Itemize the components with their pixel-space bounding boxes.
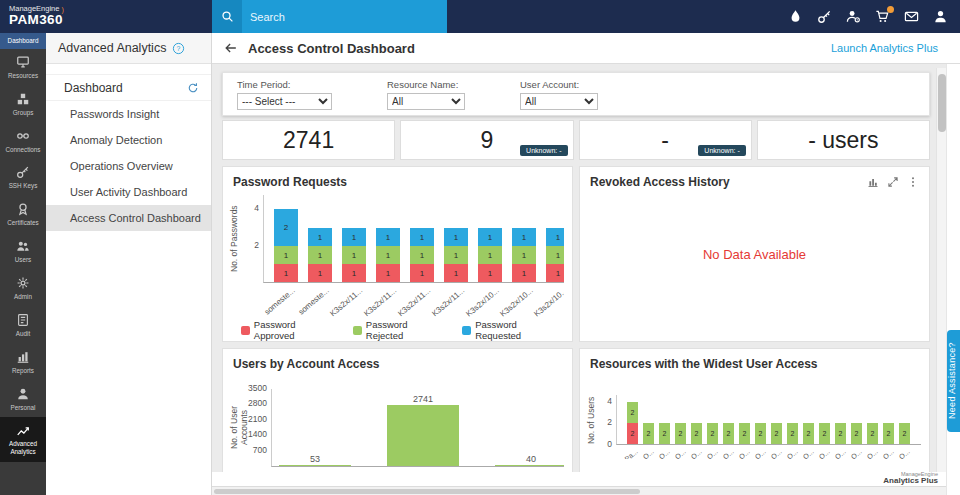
search-input[interactable] [242, 11, 447, 23]
x-axis-label: K3s2x/10... [532, 286, 564, 317]
card-title-password-requests: Password Requests [233, 175, 347, 189]
no-data-message: No Data Available [703, 247, 806, 262]
sidebar-item-audit[interactable]: Audit [0, 307, 46, 344]
notifications-flame-icon[interactable] [788, 9, 803, 24]
stat-card-4[interactable]: - users [757, 120, 930, 160]
cards-grid: Password Requests No. of Passwords241121… [222, 166, 930, 472]
password-requests-card: Password Requests No. of Passwords241121… [222, 166, 573, 342]
stats-row: 27419Unknown: --Unknown: -- users [222, 120, 930, 160]
y-axis-label: No. of Users [586, 395, 598, 445]
mail-icon[interactable] [904, 9, 919, 24]
sidebar-item-connections[interactable]: Connections [0, 123, 46, 160]
x-axis-label: K3s2x/11... [363, 286, 399, 317]
sidebar-item-certificates[interactable]: Certificates [0, 196, 46, 233]
card-tools [867, 176, 919, 188]
bar-segment: 1 [478, 246, 502, 264]
nav-item-user-activity-dashboard[interactable]: User Activity Dashboard [46, 179, 211, 205]
nav-item-anomaly-detection[interactable]: Anomaly Detection [46, 127, 211, 153]
bar: 2 [739, 423, 750, 444]
nav-item-operations-overview[interactable]: Operations Overview [46, 153, 211, 179]
vertical-scrollbar[interactable] [936, 68, 946, 472]
more-options-icon[interactable] [907, 176, 919, 188]
bar-segment: 2 [707, 423, 718, 444]
horizontal-scrollbar[interactable] [212, 486, 946, 495]
bar: 53 [279, 454, 351, 466]
bar-segment: 1 [478, 264, 502, 282]
x-axis-label: O... [690, 448, 703, 459]
bar-segment: 1 [410, 228, 434, 246]
legend-item-password-approved[interactable]: Password Approved [241, 319, 337, 341]
chart-type-icon[interactable] [867, 176, 879, 188]
bar: 2 [867, 423, 878, 444]
connections-icon [16, 129, 30, 143]
account-icon[interactable] [933, 9, 948, 24]
stat-card-3[interactable]: -Unknown: - [579, 120, 752, 160]
app-window: ManageEngine ) PAM360 DashboardResources… [0, 0, 960, 495]
user-account-select[interactable]: All [520, 93, 598, 110]
help-icon[interactable]: ? [172, 42, 185, 55]
bar-segment: 2 [723, 423, 734, 444]
main-header: Access Control Dashboard Launch Analytic… [212, 33, 960, 64]
back-arrow-icon[interactable] [224, 41, 238, 55]
vertical-scrollbar-thumb[interactable] [938, 74, 946, 132]
launch-analytics-plus-link[interactable]: Launch Analytics Plus [831, 42, 948, 54]
stat-card-2[interactable]: 9Unknown: - [400, 120, 573, 160]
expand-icon[interactable] [887, 176, 899, 188]
bar-segment: 1 [444, 264, 468, 282]
filter-time-period: Time Period:--- Select --- [237, 78, 332, 110]
x-axis-label: O... [866, 448, 879, 459]
x-axis-label: K3s2x/11... [397, 286, 433, 317]
sidebar-item-reports[interactable]: Reports [0, 344, 46, 381]
card-title-revoked-access: Revoked Access History [590, 175, 730, 189]
bar-segment: 2 [643, 423, 654, 444]
chart-legend: Password ApprovedPassword RejectedPasswo… [241, 319, 564, 341]
sidebar-item-advanced-analytics[interactable]: Advanced Analytics [0, 417, 46, 462]
sidebar-item-resources[interactable]: Resources [0, 49, 46, 86]
nav-section-label: Dashboard [64, 81, 123, 95]
bar-segment: 1 [410, 264, 434, 282]
bar: 111 [444, 228, 468, 282]
sidebar-item-groups[interactable]: Groups [0, 86, 46, 123]
users-icon [16, 239, 30, 253]
admin-user-icon[interactable] [846, 9, 861, 24]
sidebar-item-admin[interactable]: Admin [0, 270, 46, 307]
sidebar-item-dashboard[interactable]: Dashboard [0, 33, 46, 49]
card-title-widest-access: Resources with the Widest User Access [590, 357, 818, 371]
refresh-icon[interactable] [187, 82, 199, 94]
bar-segment: 1 [546, 228, 564, 246]
time-period-select[interactable]: --- Select --- [237, 93, 332, 110]
bar-value-label: 2741 [387, 394, 459, 404]
sidebar-item-personal[interactable]: Personal [0, 381, 46, 418]
password-key-icon[interactable] [817, 9, 832, 24]
need-assistance-tab[interactable]: Need Assistance? [947, 330, 960, 432]
cart-icon[interactable] [875, 9, 890, 24]
sidebar: DashboardResourcesGroupsConnectionsSSH K… [0, 33, 46, 495]
bar: 112 [274, 209, 298, 282]
bar: 111 [376, 228, 400, 282]
resource-name-select[interactable]: All [387, 93, 465, 110]
bar: 111 [308, 228, 332, 282]
x-axis-label: O... [754, 448, 767, 459]
x-axis-label: O... [818, 448, 831, 459]
bar: 111 [342, 228, 366, 282]
brand-logo[interactable]: ManageEngine ) PAM360 [0, 0, 212, 33]
nav-item-passwords-insight[interactable]: Passwords Insight [46, 101, 211, 127]
product-name: PAM360 [9, 13, 212, 28]
nav-item-access-control-dashboard[interactable]: Access Control Dashboard [46, 205, 211, 231]
stat-value: 9 [480, 127, 493, 154]
bar-segment: 1 [376, 246, 400, 264]
bar-segment: 1 [512, 246, 536, 264]
stat-value: - users [808, 127, 878, 154]
legend-item-password-rejected[interactable]: Password Rejected [353, 319, 446, 341]
bar-segment: 2 [274, 209, 298, 246]
nav-section-dashboard[interactable]: Dashboard [46, 74, 211, 101]
stat-card-1[interactable]: 2741 [222, 120, 395, 160]
sidebar-item-users[interactable]: Users [0, 233, 46, 270]
widest-access-chart: No. of Users0242222222222222222222Pa...O… [580, 373, 929, 459]
x-axis-label: O... [642, 448, 655, 459]
sidebar-item-ssh-keys[interactable]: SSH Keys [0, 159, 46, 196]
horizontal-scrollbar-thumb[interactable] [214, 489, 640, 494]
bar-segment: 1 [444, 228, 468, 246]
bar-segment: 2 [675, 423, 686, 444]
legend-item-password-requested[interactable]: Password Requested [462, 319, 564, 341]
